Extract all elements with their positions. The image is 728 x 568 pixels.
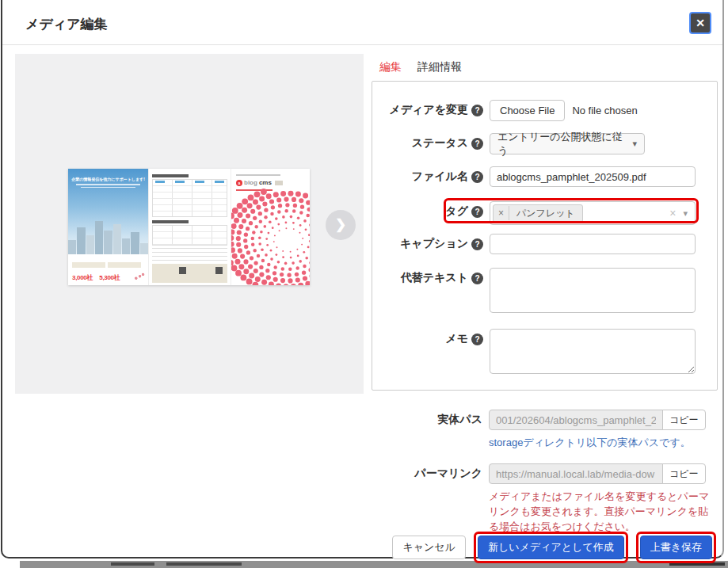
status-row: ステータス ? エントリーの公開状態に従う ▾ [372,133,709,154]
tag-label: タグ ? [372,201,483,222]
pamphlet-cover-photo: 企業の情報発信を強力にサポートします! [68,169,148,254]
entity-path-row: 実体パス コピー storageディレクトリ以下の実体パスです。 [372,410,706,450]
pamphlet-stat-left: 3,000社 [72,273,93,282]
file-chosen-status: No file chosen [572,105,637,116]
memo-row: メモ ? [372,329,709,374]
copy-entity-path-button[interactable]: コピー [662,410,706,430]
tab-edit[interactable]: 編集 [372,53,410,85]
pamphlet-stat-right: 5,300社 [99,273,120,282]
media-edit-dialog: メディア編集 ✕ 企業の情報発信を強力にサポートします! [1,0,724,558]
edit-form-panel: メディアを変更 ? Choose File No file chosen ステー… [372,81,718,391]
pamphlet-headline: 企業の情報発信を強力にサポートします! [71,177,145,182]
help-icon[interactable]: ? [471,206,483,218]
entity-path-note: storageディレクトリ以下の実体パスです。 [489,436,706,450]
next-media-button[interactable]: ❯ [326,210,356,240]
caption-input[interactable] [490,234,696,254]
alt-text-row: 代替テキスト ? [372,268,709,313]
entity-path-label: 実体パス [372,410,482,430]
media-preview-area: 企業の情報発信を強力にサポートします! 3,000社 5,300社 [15,54,364,394]
clear-tags-icon[interactable]: × [669,207,676,219]
filename-label: ファイル名 ? [372,166,483,187]
permalink-input[interactable] [489,463,663,484]
media-preview-image: 企業の情報発信を強力にサポートします! 3,000社 5,300社 [68,169,310,285]
city-skyline-graphic [68,221,148,254]
tab-bar: 編集 詳細情報 [372,53,470,85]
help-icon[interactable]: ? [471,138,483,150]
alt-text-textarea[interactable] [490,268,696,313]
caption-label: キャプション ? [372,234,483,254]
japan-map-graphic [132,273,145,282]
help-icon[interactable]: ? [471,171,483,183]
background-smudge [111,562,154,566]
ablogcms-logo: a blog cms [236,179,310,186]
dialog-title: メディア編集 [25,15,108,33]
pamphlet-stats-area: 3,000社 5,300社 [68,254,148,285]
status-select-value: エントリーの公開状態に従う [497,130,632,158]
memo-textarea[interactable] [490,329,696,374]
memo-label: メモ ? [372,329,483,349]
status-label: ステータス ? [372,133,483,154]
close-button[interactable]: ✕ [689,12,711,34]
help-icon[interactable]: ? [471,334,483,345]
entity-path-input[interactable] [489,410,663,430]
help-icon[interactable]: ? [471,105,483,116]
chevron-right-icon: ❯ [335,216,346,233]
help-icon[interactable]: ? [471,238,483,250]
create-new-annotation-box: 新しいメディアとして作成 [474,532,628,563]
dots-spiral-pattern [231,188,310,285]
tag-chip-label: パンフレット [509,205,582,222]
create-new-media-button[interactable]: 新しいメディアとして作成 [478,536,624,559]
pamphlet-contact-strip [152,264,227,283]
filename-row: ファイル名 ? [372,166,709,187]
pamphlet-cover-panel: 企業の情報発信を強力にサポートします! 3,000社 5,300社 [68,169,148,285]
status-select[interactable]: エントリーの公開状態に従う ▾ [490,133,645,154]
alt-text-label: 代替テキスト ? [372,268,483,288]
filename-input[interactable] [490,166,696,187]
tag-field[interactable]: × パンフレット × ▾ [490,201,696,225]
background-smudge [166,562,242,566]
media-change-label: メディアを変更 ? [372,100,483,120]
ablogcms-logo-icon: a [236,180,242,186]
caption-row: キャプション ? [372,234,709,254]
chevron-down-icon[interactable]: ▾ [683,208,688,219]
qr-code-icon [179,267,186,274]
copy-permalink-button[interactable]: コピー [662,463,706,484]
permalink-row: パーマリンク コピー メディアまたはファイル名を変更するとパーマリンクも変更され… [372,463,712,535]
tag-row: タグ ? × パンフレット × ▾ [372,201,709,225]
dialog-header: メディア編集 ✕ [2,0,722,45]
dialog-footer: キャンセル 新しいメディアとして作成 上書き保存 [392,532,716,563]
remove-tag-icon[interactable]: × [494,206,509,220]
media-change-row: メディアを変更 ? Choose File No file chosen [372,100,709,121]
tag-chip: × パンフレット [493,204,583,223]
permalink-warning: メディアまたはファイル名を変更するとパーマリンクも変更されます。直接パーマリンク… [489,490,712,535]
pamphlet-pricing-panel [148,169,231,285]
tab-details[interactable]: 詳細情報 [410,53,470,85]
cancel-button[interactable]: キャンセル [392,536,466,559]
qr-code-icon [215,267,223,274]
close-icon: ✕ [696,17,705,29]
overwrite-save-button[interactable]: 上書き保存 [640,536,712,559]
help-icon[interactable]: ? [471,273,483,284]
choose-file-button[interactable]: Choose File [490,100,565,121]
permalink-label: パーマリンク [372,463,482,484]
chevron-down-icon: ▾ [632,139,637,149]
overwrite-annotation-box: 上書き保存 [636,532,716,563]
pamphlet-logo-panel: a blog cms [231,169,310,285]
